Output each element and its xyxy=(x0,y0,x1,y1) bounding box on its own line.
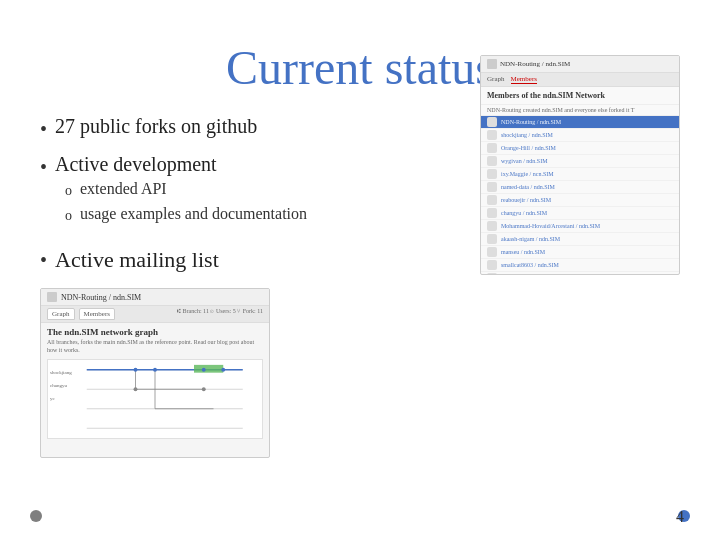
member-name: changyu / ndn.SIM xyxy=(501,210,547,216)
page-number: 4 xyxy=(676,508,684,526)
members-tab-graph[interactable]: Graph xyxy=(487,75,505,84)
sub-item-2: o usage examples and documentation xyxy=(65,205,307,226)
screenshot-right: NDN-Routing / ndn.SIM Graph Members Memb… xyxy=(480,55,680,275)
member-row: y/c / ndn.SIM xyxy=(481,272,679,275)
mini-tabs-left: Graph Members ⑆ Branch: 11 ⊙ Users: 5 ⑂ … xyxy=(41,306,269,323)
mini-header-text: NDN-Routing / ndn.SIM xyxy=(61,293,141,302)
row-label-3: yc xyxy=(50,396,72,401)
bullet-item-2: • Active development o extended API o us… xyxy=(40,153,460,230)
left-content: • 27 public forks on github • Active dev… xyxy=(40,115,460,458)
member-avatar xyxy=(487,273,497,275)
svg-point-10 xyxy=(134,367,138,371)
member-row: Mohammad-Hovaid/Arcestani / ndn.SIM xyxy=(481,220,679,233)
mini-graph-visual: shockjiang changyu yc xyxy=(47,359,263,439)
svg-point-15 xyxy=(202,387,206,391)
member-avatar xyxy=(487,182,497,192)
member-avatar xyxy=(487,156,497,166)
bullet-text-1: 27 public forks on github xyxy=(55,115,257,138)
bullet-dot-1: • xyxy=(40,115,47,143)
mini-tab-members[interactable]: Members xyxy=(79,308,115,320)
mini-stats: ⑆ Branch: 11 ⊙ Users: 5 ⑂ Fork: 11 xyxy=(177,308,263,320)
members-header-text: NDN-Routing / ndn.SIM xyxy=(500,60,570,68)
members-note: NDN-Routing created ndn.SIM and everyone… xyxy=(481,105,679,116)
members-title: Members of the ndn.SIM Network xyxy=(481,87,679,105)
mini-graph-title: The ndn.SIM network graph xyxy=(47,327,263,337)
member-name: NDN-Routing / ndn.SIM xyxy=(501,119,561,125)
mini-tab-graph[interactable]: Graph xyxy=(47,308,75,320)
member-row: changyu / ndn.SIM xyxy=(481,207,679,220)
member-avatar xyxy=(487,247,497,257)
member-avatar xyxy=(487,234,497,244)
bullet-dot-2: • xyxy=(40,153,47,181)
sub-text-1: extended API xyxy=(80,180,167,198)
member-row: ixy.Maggie / ncn.SIM xyxy=(481,168,679,181)
screenshot-area: NDN-Routing / ndn.SIM Graph Members ⑆ Br… xyxy=(40,288,460,458)
member-name: named-data / ndn.SIM xyxy=(501,184,555,190)
row-labels: shockjiang changyu yc xyxy=(50,370,72,401)
member-avatar xyxy=(487,169,497,179)
member-avatar xyxy=(487,260,497,270)
members-header-content: NDN-Routing / ndn.SIM xyxy=(487,59,570,69)
members-list: NDN-Routing / ndn.SIMshockjiang / ndn.SI… xyxy=(481,116,679,275)
members-header-icon xyxy=(487,59,497,69)
bullet-list: • 27 public forks on github • Active dev… xyxy=(40,115,460,274)
sub-dot-2: o xyxy=(65,205,72,226)
member-row: shockjiang / ndn.SIM xyxy=(481,129,679,142)
graph-svg xyxy=(48,360,262,438)
member-name: akaash-nigam / ndn.SIM xyxy=(501,236,560,242)
mini-content-left: The ndn.SIM network graph All branches, … xyxy=(41,323,269,443)
dot-left xyxy=(30,510,42,522)
bottom-dots xyxy=(0,510,720,522)
bullet-item-3: • Active mailing list xyxy=(40,246,460,274)
row-label-1: shockjiang xyxy=(50,370,72,375)
svg-point-11 xyxy=(153,367,157,371)
member-row: akaash-nigam / ndn.SIM xyxy=(481,233,679,246)
bullet-item-2-content: Active development o extended API o usag… xyxy=(55,153,307,230)
content-area: • 27 public forks on github • Active dev… xyxy=(40,115,680,458)
member-row: Orange-Hill / ndn.SIM xyxy=(481,142,679,155)
bullet-text-3: Active mailing list xyxy=(55,247,219,273)
bullet-dot-3: • xyxy=(40,246,47,274)
sub-list: o extended API o usage examples and docu… xyxy=(65,180,307,226)
member-name: manseu / ndn.SIM xyxy=(501,249,545,255)
svg-rect-9 xyxy=(194,364,223,372)
svg-point-13 xyxy=(221,367,225,371)
member-name: shockjiang / ndn.SIM xyxy=(501,132,553,138)
member-avatar xyxy=(487,130,497,140)
member-avatar xyxy=(487,143,497,153)
svg-point-12 xyxy=(202,367,206,371)
slide: Current status • 27 public forks on gith… xyxy=(0,0,720,540)
member-row: reabouejir / ndn.SIM xyxy=(481,194,679,207)
member-row: named-data / ndn.SIM xyxy=(481,181,679,194)
sub-item-1: o extended API xyxy=(65,180,307,201)
members-tab-members[interactable]: Members xyxy=(511,75,537,84)
member-avatar xyxy=(487,221,497,231)
members-tabs: Graph Members xyxy=(481,73,679,87)
row-label-2: changyu xyxy=(50,383,72,388)
member-name: wygivan / ndn.SIM xyxy=(501,158,548,164)
sub-text-2: usage examples and documentation xyxy=(80,205,307,223)
member-name: smallcat8603 / ndn.SIM xyxy=(501,262,559,268)
mini-header-icon xyxy=(47,292,57,302)
bullet-text-2: Active development xyxy=(55,153,217,175)
members-header: NDN-Routing / ndn.SIM xyxy=(481,56,679,73)
member-row: manseu / ndn.SIM xyxy=(481,246,679,259)
member-name: ixy.Maggie / ncn.SIM xyxy=(501,171,554,177)
member-name: Mohammad-Hovaid/Arcestani / ndn.SIM xyxy=(501,223,600,229)
member-row: NDN-Routing / ndn.SIM xyxy=(481,116,679,129)
bullet-item-1: • 27 public forks on github xyxy=(40,115,460,143)
mini-header-left: NDN-Routing / ndn.SIM xyxy=(41,289,269,306)
sub-dot-1: o xyxy=(65,180,72,201)
member-avatar xyxy=(487,117,497,127)
screenshot-left: NDN-Routing / ndn.SIM Graph Members ⑆ Br… xyxy=(40,288,270,458)
member-avatar xyxy=(487,195,497,205)
member-name: reabouejir / ndn.SIM xyxy=(501,197,551,203)
member-row: wygivan / ndn.SIM xyxy=(481,155,679,168)
member-avatar xyxy=(487,208,497,218)
mini-graph-desc: All branches, forks the main ndn.SIM as … xyxy=(47,339,263,355)
member-name: Orange-Hill / ndn.SIM xyxy=(501,145,556,151)
svg-point-14 xyxy=(134,387,138,391)
member-row: smallcat8603 / ndn.SIM xyxy=(481,259,679,272)
